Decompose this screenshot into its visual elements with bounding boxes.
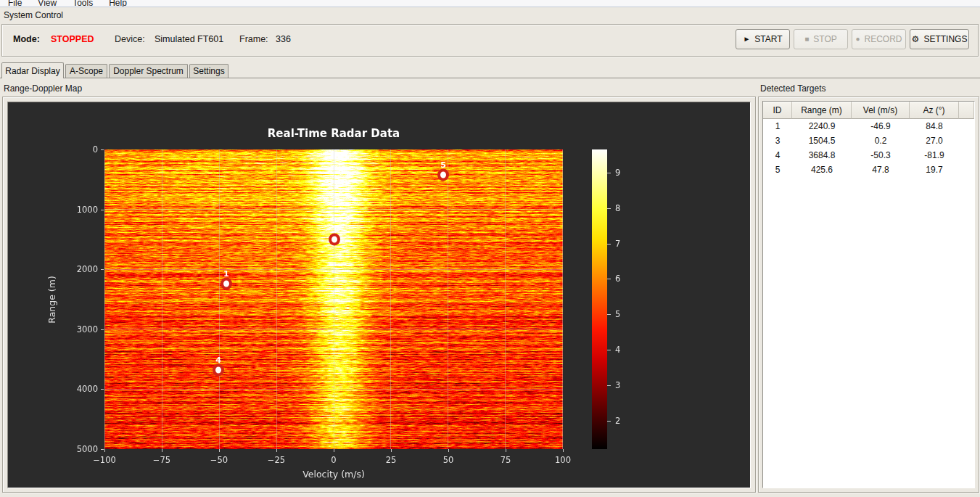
x-tick-label: 75 [501, 455, 511, 465]
range-doppler-group-label: Range-Doppler Map [4, 83, 82, 94]
record-button: ● RECORD [852, 29, 906, 49]
colorbar-tick-label: 2 [615, 416, 620, 426]
table-row[interactable]: 5425.647.819.7 [763, 163, 974, 177]
detected-targets-table: IDRange (m)Vel (m/s)Az (°)12240.9-46.984… [762, 101, 975, 488]
target-marker [221, 278, 232, 290]
tab-settings[interactable]: Settings [189, 64, 228, 78]
colorbar-tick-label: 9 [615, 168, 620, 178]
table-row[interactable]: 43684.8-50.3-81.9 [763, 148, 974, 163]
y-tick-label: 3000 [65, 324, 98, 334]
tab-bar-line [0, 78, 980, 78]
y-tick-label: 4000 [65, 384, 98, 394]
table-cell: 5 [763, 163, 792, 177]
x-tick-mark [219, 449, 220, 452]
settings-gear-icon: ⚙ [912, 35, 920, 44]
column-header-vel-m-s[interactable]: Vel (m/s) [852, 102, 910, 119]
tab-radar-display[interactable]: Radar Display [1, 62, 64, 78]
play-icon: ► [743, 36, 750, 43]
table-cell: 4 [763, 148, 792, 163]
settings-button[interactable]: ⚙ SETTINGS [910, 29, 969, 49]
colorbar-tick-mark [607, 350, 611, 350]
stop-button-label: STOP [813, 34, 836, 44]
table-cell: -46.9 [852, 119, 910, 134]
y-tick-label: 1000 [65, 205, 98, 215]
colorbar-tick-label: 6 [615, 274, 620, 284]
stop-icon: ■ [804, 36, 809, 43]
x-tick-mark [104, 449, 105, 452]
target-label: 5 [440, 160, 446, 170]
table-cell: 3 [763, 134, 792, 148]
x-tick-mark [391, 449, 392, 452]
mode-label: Mode: [13, 34, 40, 44]
y-tick-label: 0 [65, 144, 98, 155]
column-header-id[interactable]: ID [763, 102, 792, 119]
x-axis-label: Velocity (m/s) [302, 469, 365, 480]
colorbar-tick-mark [607, 385, 611, 386]
table-cell: 0.2 [852, 134, 910, 148]
plot-title: Real-Time Radar Data [268, 127, 400, 140]
colorbar-tick-label: 4 [615, 345, 620, 355]
table-header-row: IDRange (m)Vel (m/s)Az (°) [763, 102, 974, 119]
table-row[interactable]: 31504.50.227.0 [763, 134, 974, 148]
menu-item-file[interactable]: File [0, 0, 30, 7]
x-tick-label: −100 [93, 455, 116, 465]
target-marker [213, 364, 224, 377]
colorbar [592, 149, 607, 449]
record-dot-icon: ● [855, 36, 860, 43]
target-label: 4 [215, 356, 221, 365]
y-tick-label: 2000 [65, 264, 98, 274]
frame-label: Frame: [239, 34, 268, 44]
table-cell: 27.0 [910, 134, 959, 148]
start-button[interactable]: ► START [736, 29, 790, 49]
x-tick-label: −50 [210, 455, 228, 465]
table-row[interactable]: 12240.9-46.984.8 [763, 119, 974, 134]
table-cell: 84.8 [910, 119, 959, 134]
target-label: 3 [332, 225, 337, 234]
plot-overlay: Real-Time Radar Data−100−75−50−250255075… [8, 102, 750, 488]
x-tick-mark [334, 449, 334, 452]
mode-value: STOPPED [51, 34, 94, 44]
colorbar-tick-label: 7 [615, 239, 620, 249]
menu-item-help[interactable]: Help [101, 0, 135, 7]
colorbar-tick-label: 8 [615, 203, 620, 213]
detected-targets-group-label: Detected Targets [760, 83, 826, 94]
x-tick-mark [276, 449, 277, 452]
colorbar-tick-mark [607, 244, 611, 245]
menu-item-view[interactable]: View [30, 0, 65, 7]
x-tick-label: −75 [153, 455, 170, 465]
target-label: 1 [223, 269, 229, 279]
x-tick-mark [563, 449, 564, 452]
device-label: Device: [115, 34, 145, 44]
menu-bar: FileViewToolsHelp [0, 0, 980, 7]
target-marker [437, 169, 449, 181]
column-header-range-m[interactable]: Range (m) [792, 102, 852, 119]
radar-plot-panel: Real-Time Radar Data−100−75−50−250255075… [7, 102, 751, 488]
record-button-label: RECORD [865, 34, 902, 44]
table-cell: 47.8 [852, 163, 910, 177]
frame-value: 336 [276, 34, 291, 44]
colorbar-tick-mark [607, 421, 611, 422]
table-cell: 3684.8 [792, 148, 852, 163]
x-tick-label: 0 [331, 455, 336, 465]
y-tick-label: 5000 [65, 444, 98, 454]
colorbar-tick-label: 3 [615, 380, 620, 390]
colorbar-tick-mark [607, 314, 611, 315]
table-cell: 1 [763, 119, 792, 134]
table-cell: 2240.9 [792, 119, 852, 134]
x-tick-mark [448, 449, 449, 452]
y-tick-mark [101, 329, 104, 330]
table-cell: 425.6 [792, 163, 852, 177]
tab-doppler-spectrum[interactable]: Doppler Spectrum [109, 64, 188, 78]
x-tick-label: −25 [268, 455, 285, 465]
column-header-az[interactable]: Az (°) [910, 102, 959, 119]
x-tick-mark [506, 449, 506, 452]
x-tick-label: 25 [386, 455, 397, 465]
settings-button-label: SETTINGS [923, 34, 967, 44]
tab-a-scope[interactable]: A-Scope [65, 64, 107, 78]
colorbar-tick-mark [607, 173, 611, 173]
y-tick-mark [101, 449, 104, 450]
table-cell: 1504.5 [792, 134, 852, 148]
x-tick-label: 50 [443, 455, 454, 465]
menu-item-tools[interactable]: Tools [65, 0, 101, 7]
colorbar-tick-mark [607, 208, 611, 209]
